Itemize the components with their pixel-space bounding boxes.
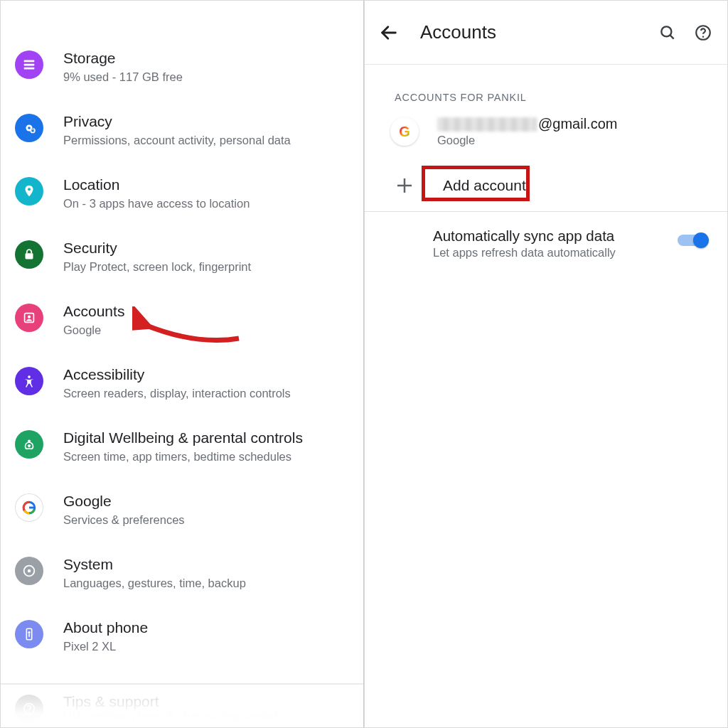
help-button[interactable] <box>693 23 713 42</box>
item-title: Accounts <box>63 302 349 320</box>
settings-item-google[interactable]: Google Services & preferences <box>1 492 363 555</box>
accounts-header: Accounts <box>365 1 727 65</box>
about-icon <box>15 620 43 648</box>
add-account-label: Add account <box>436 173 533 198</box>
sync-toggle[interactable] <box>678 232 709 249</box>
sync-subtitle: Let apps refresh data automatically <box>433 246 616 259</box>
redacted-email-prefix <box>437 117 537 132</box>
item-title: Privacy <box>63 112 349 130</box>
svg-point-14 <box>28 375 31 378</box>
sync-row[interactable]: Automatically sync app data Let apps ref… <box>365 212 727 259</box>
item-subtitle: Services & preferences <box>63 513 349 528</box>
item-title: Accessibility <box>63 365 349 383</box>
svg-rect-11 <box>26 253 33 259</box>
svg-point-7 <box>28 127 31 129</box>
security-icon <box>15 240 43 269</box>
settings-item-accounts[interactable]: Accounts Google <box>1 302 363 365</box>
account-provider: Google <box>437 134 617 147</box>
settings-pane: Storage 9% used - 117 GB free Privacy Pe… <box>0 0 364 728</box>
search-button[interactable] <box>658 23 678 42</box>
item-title: Digital Wellbeing & parental controls <box>63 429 349 446</box>
settings-item-wellbeing[interactable]: Digital Wellbeing & parental controls Sc… <box>1 429 363 492</box>
svg-point-3 <box>26 60 27 62</box>
svg-point-13 <box>28 316 31 318</box>
settings-item-security[interactable]: Security Play Protect, screen lock, fing… <box>1 239 363 302</box>
page-title: Accounts <box>420 21 642 43</box>
plus-icon <box>392 175 417 196</box>
svg-point-28 <box>702 36 704 37</box>
svg-point-4 <box>26 64 27 65</box>
accounts-pane: Accounts ACCOUNTS FOR PANKIL G @gmail.co… <box>364 0 728 728</box>
svg-point-20 <box>28 632 30 633</box>
accounts-icon <box>15 304 43 332</box>
google-g-glyph: G <box>399 124 410 140</box>
item-title: Tips & support <box>63 693 278 710</box>
item-subtitle: Help articles, phone & chat, getting sta… <box>63 710 278 723</box>
item-title: Location <box>63 176 349 193</box>
settings-item-privacy[interactable]: Privacy Permissions, account activity, p… <box>1 112 363 176</box>
item-subtitle: Play Protect, screen lock, fingerprint <box>63 259 349 274</box>
google-badge-icon: G <box>390 117 419 146</box>
item-title: About phone <box>63 619 349 636</box>
help-icon <box>15 695 43 723</box>
section-label: ACCOUNTS FOR PANKIL <box>365 65 727 116</box>
svg-rect-9 <box>31 130 33 132</box>
account-email: @gmail.com <box>437 116 617 132</box>
item-title: Security <box>63 239 349 257</box>
system-icon <box>15 557 43 585</box>
item-subtitle: Screen readers, display, interaction con… <box>63 386 349 401</box>
location-icon <box>15 177 43 205</box>
item-subtitle: Languages, gestures, time, backup <box>63 576 349 591</box>
settings-list: Storage 9% used - 117 GB free Privacy Pe… <box>1 1 363 723</box>
item-title: Google <box>63 492 349 510</box>
settings-item-about[interactable]: About phone Pixel 2 XL <box>1 619 363 682</box>
accessibility-icon <box>15 367 43 395</box>
svg-point-25 <box>661 26 671 36</box>
svg-point-5 <box>26 68 27 69</box>
item-subtitle: Permissions, account activity, personal … <box>63 133 349 148</box>
storage-icon <box>15 50 43 79</box>
item-subtitle: Google <box>63 323 349 338</box>
svg-point-23 <box>28 712 30 713</box>
item-title: System <box>63 555 349 573</box>
wellbeing-icon <box>15 430 43 459</box>
settings-item-accessibility[interactable]: Accessibility Screen readers, display, i… <box>1 365 363 429</box>
svg-line-26 <box>670 35 673 38</box>
account-row-google[interactable]: G @gmail.com Google <box>365 116 727 161</box>
sync-title: Automatically sync app data <box>433 228 616 245</box>
item-title: Storage <box>63 49 349 67</box>
item-subtitle: 9% used - 117 GB free <box>63 70 349 85</box>
back-button[interactable] <box>379 20 400 46</box>
email-suffix: @gmail.com <box>538 116 617 132</box>
settings-item-storage[interactable]: Storage 9% used - 117 GB free <box>1 49 363 112</box>
settings-item-location[interactable]: Location On - 3 apps have access to loca… <box>1 176 363 239</box>
settings-item-system[interactable]: System Languages, gestures, time, backup <box>1 555 363 619</box>
item-subtitle: On - 3 apps have access to location <box>63 196 349 211</box>
svg-point-10 <box>28 188 31 191</box>
google-icon <box>15 493 43 522</box>
item-subtitle: Screen time, app timers, bedtime schedul… <box>63 449 349 464</box>
privacy-icon <box>15 114 43 142</box>
svg-point-18 <box>28 569 31 573</box>
add-account-row[interactable]: Add account <box>365 161 727 212</box>
settings-item-tips[interactable]: Tips & support Help articles, phone & ch… <box>1 685 363 723</box>
item-subtitle: Pixel 2 XL <box>63 639 349 654</box>
